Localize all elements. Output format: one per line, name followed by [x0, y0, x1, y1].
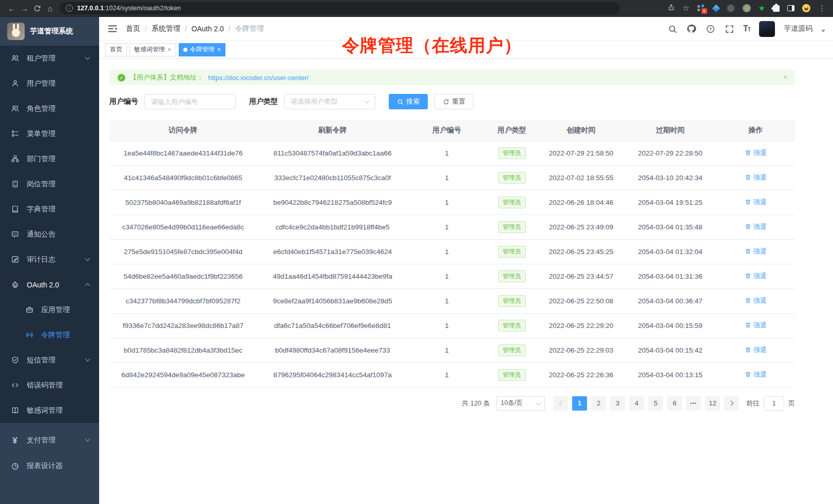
- sidebar-item-label: 短信管理: [27, 356, 55, 365]
- cell-user-id: 1: [408, 141, 485, 165]
- breadcrumb-item[interactable]: OAuth 2.0: [192, 25, 224, 33]
- sidebar-item[interactable]: 报表设计器: [0, 453, 99, 479]
- sidebar-item[interactable]: 用户管理: [0, 71, 99, 96]
- user-id-input[interactable]: [144, 94, 236, 109]
- force-logout-button[interactable]: 强退: [745, 370, 767, 379]
- page-button-1[interactable]: 1: [572, 396, 587, 411]
- force-logout-button[interactable]: 强退: [745, 198, 767, 207]
- sidebar-item-label: 用户管理: [27, 79, 55, 88]
- sidebar-item[interactable]: OAuth 2.0: [0, 272, 99, 297]
- force-logout-button[interactable]: 强退: [745, 272, 767, 281]
- sidebar-item[interactable]: 角色管理: [0, 96, 99, 121]
- tab-首页[interactable]: 首页: [105, 43, 127, 56]
- bookmark-star-icon[interactable]: ☆: [683, 4, 689, 13]
- page-button-2[interactable]: 2: [591, 396, 606, 411]
- help-icon[interactable]: ?: [705, 24, 715, 34]
- close-icon[interactable]: ×: [167, 46, 172, 53]
- profile-avatar-icon[interactable]: [802, 4, 810, 12]
- reset-button-label: 重置: [452, 97, 465, 106]
- page-button-4[interactable]: 4: [629, 396, 644, 411]
- force-logout-button[interactable]: 强退: [745, 321, 767, 330]
- breadcrumb: 首页/系统管理/OAuth 2.0/令牌管理: [126, 24, 264, 33]
- page-size-select[interactable]: 10条/页: [496, 396, 545, 411]
- reset-button[interactable]: 重置: [434, 94, 474, 109]
- user-avatar[interactable]: [759, 21, 775, 37]
- force-logout-button[interactable]: 强退: [745, 345, 767, 355]
- page-button-5[interactable]: 5: [648, 396, 663, 411]
- sidebar-item[interactable]: 敏感词管理: [0, 398, 99, 423]
- browser-reload-button[interactable]: [31, 2, 44, 15]
- cell-user-id: 1: [408, 264, 485, 288]
- sidebar-item[interactable]: 部门管理: [0, 146, 99, 171]
- goto-page-input[interactable]: [764, 396, 784, 411]
- username[interactable]: 芋道源码: [784, 24, 812, 33]
- goto-label: 前往: [746, 399, 760, 408]
- cell-action: 强退: [716, 362, 795, 387]
- force-logout-button[interactable]: 强退: [745, 296, 767, 305]
- force-logout-button[interactable]: 强退: [745, 173, 767, 182]
- sidebar-item[interactable]: 令牌管理: [0, 322, 99, 347]
- user-type-badge: 管理员: [498, 246, 526, 258]
- page-button-6[interactable]: 6: [667, 396, 682, 411]
- next-page-button[interactable]: [724, 396, 739, 411]
- breadcrumb-item[interactable]: 首页: [126, 24, 140, 33]
- extension-star-icon[interactable]: ★: [759, 4, 765, 13]
- tab-label: 敏感词管理: [134, 45, 165, 54]
- force-logout-button[interactable]: 强退: [745, 247, 767, 256]
- extension-gem-icon[interactable]: [712, 4, 720, 12]
- extensions-puzzle-icon[interactable]: [773, 5, 780, 12]
- font-size-icon[interactable]: TT: [743, 24, 750, 33]
- force-logout-button[interactable]: 强退: [745, 222, 767, 231]
- site-info-icon[interactable]: i: [66, 5, 73, 12]
- user-type-select[interactable]: 请选择用户类型: [284, 94, 375, 109]
- cell-user-id: 1: [408, 165, 485, 190]
- tab-令牌管理[interactable]: 令牌管理×: [179, 43, 226, 56]
- extension-dark-icon[interactable]: [727, 4, 735, 12]
- prev-page-button[interactable]: [553, 396, 568, 411]
- goto-page: 前往 页: [746, 396, 795, 411]
- doc-link[interactable]: https://doc.iocoder.cn/user-center/: [208, 74, 309, 82]
- table-row: 6d842e2924594de9a09e45e087323abe8796295f…: [109, 362, 795, 387]
- sidebar-item[interactable]: 审计日志: [0, 247, 99, 272]
- chevron-down-icon[interactable]: [821, 30, 825, 32]
- close-icon[interactable]: ×: [217, 46, 221, 53]
- app-logo[interactable]: 芋道管理系统: [0, 17, 99, 46]
- address-bar[interactable]: i 127.0.0.1:1024/system/oauth2/token: [60, 2, 619, 14]
- browser-home-button[interactable]: ⌂: [44, 2, 56, 15]
- fullscreen-icon[interactable]: [724, 24, 734, 34]
- sidebar-item[interactable]: 应用管理: [0, 297, 99, 322]
- navbar-actions: ? TT 芋道源码: [667, 21, 825, 37]
- page-size-value: 10条/页: [501, 399, 522, 408]
- sidebar-item[interactable]: ¥支付管理: [0, 428, 99, 453]
- cell-user-type: 管理员: [485, 141, 538, 165]
- sidebar-item[interactable]: 字典管理: [0, 197, 99, 222]
- github-icon[interactable]: [686, 24, 696, 34]
- breadcrumb-item[interactable]: 系统管理: [152, 24, 180, 33]
- user-type-placeholder: 请选择用户类型: [291, 97, 337, 106]
- browser-forward-button[interactable]: →: [18, 2, 31, 15]
- search-button[interactable]: 搜索: [389, 94, 428, 109]
- close-icon[interactable]: ×: [783, 73, 788, 82]
- extension-tampermonkey-icon[interactable]: 9: [697, 4, 706, 12]
- page-button-3[interactable]: 3: [610, 396, 625, 411]
- side-panel-icon[interactable]: [787, 5, 794, 11]
- share-icon[interactable]: [668, 4, 675, 13]
- extension-circle-icon[interactable]: [743, 4, 751, 12]
- sidebar-item[interactable]: 错误码管理: [0, 373, 99, 398]
- force-logout-button[interactable]: 强退: [745, 148, 767, 158]
- sidebar-item[interactable]: 通知公告: [0, 222, 99, 247]
- sidebar-item[interactable]: 租户管理: [0, 46, 99, 71]
- collapse-sidebar-icon[interactable]: [107, 23, 118, 34]
- search-icon[interactable]: [667, 24, 677, 34]
- page-button-12[interactable]: 12: [705, 396, 720, 411]
- browser-menu-icon[interactable]: ⋮: [818, 4, 826, 13]
- sidebar-item-label: 支付管理: [27, 436, 55, 445]
- browser-back-button[interactable]: ←: [5, 2, 18, 15]
- sidebar-item[interactable]: 岗位管理: [0, 171, 99, 197]
- sidebar-item[interactable]: 短信管理: [0, 347, 99, 373]
- column-header: 用户编号: [408, 120, 485, 141]
- cell-refresh-token: 9ce8ef2aa9f14056b831ae9b608e28d5: [257, 288, 408, 313]
- tab-敏感词管理[interactable]: 敏感词管理×: [129, 43, 176, 56]
- page-ellipsis[interactable]: •••: [686, 396, 701, 411]
- sidebar-item[interactable]: 菜单管理: [0, 121, 99, 146]
